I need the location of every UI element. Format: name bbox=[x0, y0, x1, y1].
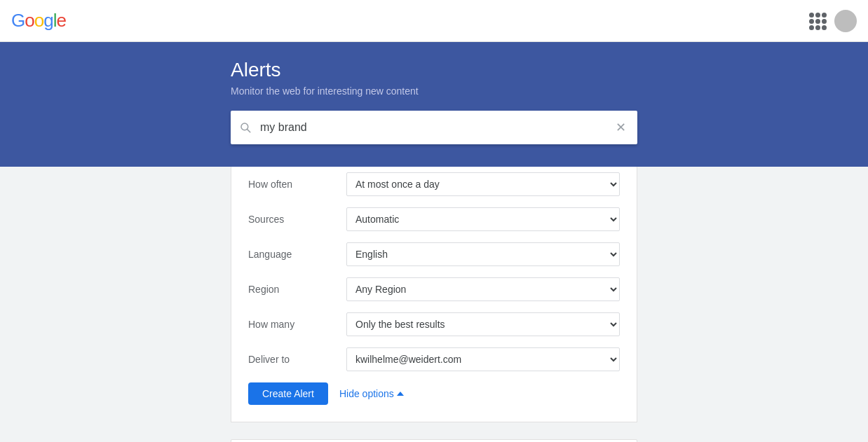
language-select[interactable]: Any Language English Spanish French Germ… bbox=[346, 242, 620, 266]
region-label: Region bbox=[248, 284, 346, 295]
search-box: ✕ bbox=[231, 111, 637, 144]
header-right bbox=[809, 10, 857, 32]
search-input[interactable] bbox=[260, 121, 613, 134]
how-many-label: How many bbox=[248, 319, 346, 330]
chevron-up-icon bbox=[397, 392, 404, 396]
sources-label: Sources bbox=[248, 214, 346, 225]
how-often-label: How often bbox=[248, 179, 346, 190]
options-footer: Create Alert Hide options bbox=[231, 377, 637, 410]
region-row: Region Any Region United States United K… bbox=[231, 272, 637, 307]
header: Google bbox=[0, 0, 868, 42]
sources-select[interactable]: Automatic News Blogs Web Video Books Dis… bbox=[346, 207, 620, 231]
main-area: How often As-it-happens At most once a d… bbox=[0, 167, 868, 442]
avatar[interactable] bbox=[834, 10, 857, 32]
how-many-row: How many Only the best results All resul… bbox=[231, 307, 637, 342]
page-title: Alerts bbox=[231, 59, 281, 81]
language-row: Language Any Language English Spanish Fr… bbox=[231, 237, 637, 272]
how-often-select[interactable]: As-it-happens At most once a day At most… bbox=[346, 172, 620, 196]
region-select[interactable]: Any Region United States United Kingdom … bbox=[346, 277, 620, 301]
deliver-to-row: Deliver to kwilhelme@weidert.com RSS Fee… bbox=[231, 342, 637, 377]
search-icon bbox=[239, 121, 252, 134]
deliver-to-label: Deliver to bbox=[248, 354, 346, 365]
language-label: Language bbox=[248, 249, 346, 260]
google-logo: Google bbox=[11, 10, 66, 32]
how-many-select[interactable]: Only the best results All results bbox=[346, 312, 620, 336]
apps-icon[interactable] bbox=[809, 13, 826, 29]
how-often-row: How often As-it-happens At most once a d… bbox=[231, 167, 637, 202]
clear-icon[interactable]: ✕ bbox=[613, 117, 629, 138]
logo-text: Google bbox=[11, 10, 66, 32]
sources-row: Sources Automatic News Blogs Web Video B… bbox=[231, 202, 637, 237]
deliver-to-select[interactable]: kwilhelme@weidert.com RSS Feed bbox=[346, 347, 620, 371]
banner: Alerts Monitor the web for interesting n… bbox=[0, 42, 868, 167]
svg-line-1 bbox=[247, 130, 250, 132]
hide-options-link[interactable]: Hide options bbox=[339, 388, 404, 399]
main-content: Alert preview NEWS Defending Your Brand … bbox=[231, 422, 637, 442]
hide-options-label: Hide options bbox=[339, 388, 394, 399]
page-subtitle: Monitor the web for interesting new cont… bbox=[231, 85, 419, 97]
alert-preview-panel: Alert preview NEWS Defending Your Brand … bbox=[231, 439, 637, 442]
options-panel: How often As-it-happens At most once a d… bbox=[231, 167, 637, 422]
create-alert-button[interactable]: Create Alert bbox=[248, 382, 328, 405]
